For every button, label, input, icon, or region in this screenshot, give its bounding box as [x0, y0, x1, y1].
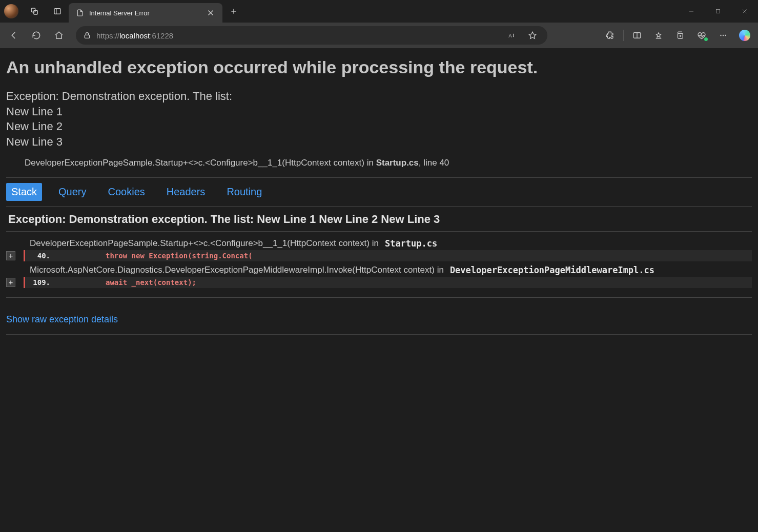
expand-frame-button[interactable]: +: [6, 278, 15, 287]
maximize-button[interactable]: [705, 0, 731, 23]
favorites-bar-icon[interactable]: [648, 26, 669, 45]
svg-point-24: [725, 35, 726, 36]
svg-marker-14: [529, 32, 536, 38]
browser-toolbar: https://localhost:61228 A: [0, 23, 758, 48]
browser-essentials-icon[interactable]: [691, 26, 712, 45]
new-tab-button[interactable]: [224, 2, 243, 21]
back-button[interactable]: [3, 26, 25, 45]
tab-routing[interactable]: Routing: [221, 183, 267, 201]
stack-title: Exception: Demonstration exception. The …: [8, 213, 752, 226]
divider: [6, 206, 752, 207]
svg-rect-0: [31, 8, 35, 12]
line-number: 109.: [24, 277, 54, 288]
tab-stack[interactable]: Stack: [6, 183, 42, 201]
url-scheme: https://: [96, 31, 119, 40]
stack-frame: Microsoft.AspNetCore.Diagnostics.Develop…: [6, 263, 752, 288]
line-number: 40.: [24, 250, 54, 261]
titlebar: Internal Server Error: [0, 0, 758, 23]
window-controls: [678, 0, 758, 23]
file-icon: [76, 9, 84, 17]
tab-title: Internal Server Error: [89, 9, 201, 17]
home-button[interactable]: [48, 26, 70, 45]
toolbar-separator: [623, 30, 624, 41]
workspaces-icon[interactable]: [24, 0, 46, 23]
svg-point-23: [723, 35, 724, 36]
expand-frame-button[interactable]: +: [6, 251, 15, 260]
divider: [6, 177, 752, 178]
origin-file: Startup.cs: [376, 158, 419, 168]
extensions-icon[interactable]: [600, 26, 620, 45]
divider: [6, 297, 752, 298]
url-text: https://localhost:61228: [96, 31, 173, 40]
tab-headers[interactable]: Headers: [161, 183, 211, 201]
svg-rect-1: [34, 11, 38, 15]
source-line: throw new Exception(string.Concat(: [54, 250, 752, 261]
svg-point-22: [720, 35, 721, 36]
copilot-icon: [739, 30, 750, 41]
url-port: :61228: [150, 31, 173, 40]
exception-origin: DeveloperExceptionPageSample.Startup+<>c…: [25, 158, 752, 168]
close-tab-button[interactable]: [206, 8, 215, 17]
svg-marker-17: [657, 33, 661, 37]
tab-query[interactable]: Query: [53, 183, 91, 201]
address-bar[interactable]: https://localhost:61228 A: [76, 26, 547, 45]
svg-rect-2: [54, 9, 60, 14]
frame-method: DeveloperExceptionPageSample.Startup+<>c…: [30, 238, 379, 249]
svg-rect-12: [85, 35, 89, 38]
profile-avatar[interactable]: [4, 4, 18, 18]
error-tabs: Stack Query Cookies Headers Routing: [6, 183, 752, 201]
favorite-icon[interactable]: [525, 28, 540, 43]
stack-frame: DeveloperExceptionPageSample.Startup+<>c…: [6, 237, 752, 261]
page-title: An unhandled exception occurred while pr…: [6, 57, 752, 77]
url-host: localhost: [119, 31, 150, 40]
origin-line-no: , line 40: [419, 158, 449, 168]
collections-icon[interactable]: [670, 26, 690, 45]
stack-frame-header: Microsoft.AspNetCore.Diagnostics.Develop…: [6, 263, 752, 277]
frame-file: DeveloperExceptionPageMiddlewareImpl.cs: [450, 265, 654, 275]
browser-tab[interactable]: Internal Server Error: [69, 3, 222, 23]
refresh-button[interactable]: [26, 26, 47, 45]
exception-summary: Exception: Demonstration exception. The …: [6, 89, 752, 150]
frame-file: Startup.cs: [385, 238, 437, 249]
split-screen-icon[interactable]: [627, 26, 647, 45]
more-menu-icon[interactable]: [713, 26, 733, 45]
divider: [6, 334, 752, 335]
minimize-button[interactable]: [678, 0, 705, 23]
frame-method: Microsoft.AspNetCore.Diagnostics.Develop…: [30, 265, 444, 275]
show-raw-exception-link[interactable]: Show raw exception details: [6, 314, 118, 325]
source-line: await _next(context);: [54, 277, 752, 288]
close-window-button[interactable]: [731, 0, 758, 23]
tab-cookies[interactable]: Cookies: [103, 183, 150, 201]
lock-icon[interactable]: [83, 31, 91, 39]
svg-text:A: A: [508, 33, 512, 38]
svg-rect-9: [716, 10, 720, 13]
copilot-button[interactable]: [734, 26, 755, 45]
tab-actions-icon[interactable]: [46, 0, 69, 23]
origin-method: DeveloperExceptionPageSample.Startup+<>c…: [25, 158, 376, 168]
stack-frame-header: DeveloperExceptionPageSample.Startup+<>c…: [6, 237, 752, 250]
read-aloud-icon[interactable]: A: [504, 28, 520, 43]
page-content: An unhandled exception occurred while pr…: [0, 48, 758, 532]
divider: [6, 231, 752, 232]
